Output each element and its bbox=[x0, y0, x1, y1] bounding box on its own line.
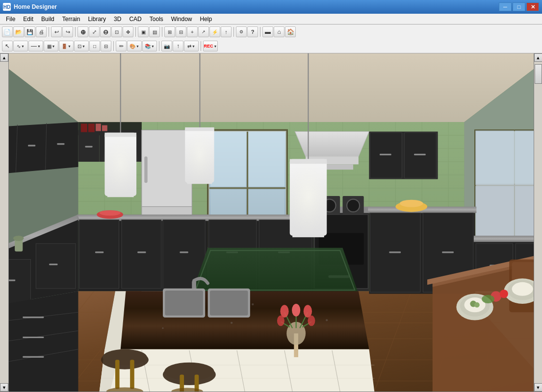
zoom-window-button[interactable]: ⊡ bbox=[111, 26, 122, 37]
zoom-in-button[interactable]: ⊕ bbox=[77, 26, 88, 37]
transform-button[interactable]: ⇄▼ bbox=[184, 41, 199, 51]
svg-rect-95 bbox=[122, 220, 161, 289]
svg-point-202 bbox=[512, 282, 533, 296]
toolbar-btn-8[interactable]: ↗ bbox=[198, 26, 209, 37]
toolbar-row-1: 📄 📂 💾 🖨 ↩ ↪ ⊕ ⤢ ⊖ ⊡ ✥ ▣ ▤ ⊞ ⊟ + ↗ ⚡ ↑ ⚙ … bbox=[0, 24, 542, 39]
svg-rect-82 bbox=[249, 133, 284, 187]
rubber-band-button[interactable]: ▤ bbox=[149, 26, 160, 37]
svg-rect-98 bbox=[137, 251, 146, 253]
window-button[interactable]: ⊡▼ bbox=[74, 41, 89, 51]
svg-rect-185 bbox=[130, 360, 134, 389]
house-button[interactable]: 🏠 bbox=[285, 26, 296, 37]
toolbar-btn-6[interactable]: ⊟ bbox=[176, 26, 186, 37]
toolbar-btn-10[interactable]: ↑ bbox=[221, 26, 232, 37]
zoom-fit-button[interactable]: ⤢ bbox=[89, 26, 100, 37]
color-button[interactable]: 🎨▼ bbox=[127, 41, 142, 51]
svg-rect-228 bbox=[23, 356, 44, 358]
svg-rect-212 bbox=[9, 279, 15, 281]
redo-button[interactable]: ↪ bbox=[62, 26, 73, 37]
room-button[interactable]: □ bbox=[89, 41, 100, 51]
menu-bar: File Edit Build Terrain Library 3D CAD T… bbox=[0, 14, 542, 24]
svg-rect-213 bbox=[49, 264, 57, 265]
close-button[interactable]: ✕ bbox=[526, 2, 539, 11]
new-button[interactable]: 📄 bbox=[2, 26, 13, 37]
menu-item-library[interactable]: Library bbox=[84, 15, 110, 24]
toolbar-btn-7[interactable]: + bbox=[187, 26, 198, 37]
catalog-button[interactable]: 📚▼ bbox=[142, 41, 157, 51]
sep8 bbox=[159, 41, 159, 51]
svg-rect-123 bbox=[389, 251, 401, 253]
svg-point-154 bbox=[162, 327, 163, 329]
menu-item-build[interactable]: Build bbox=[37, 15, 58, 24]
polyline-button[interactable]: ∿▼ bbox=[13, 41, 28, 51]
svg-point-180 bbox=[277, 316, 284, 326]
menu-item-cad[interactable]: CAD bbox=[125, 15, 145, 24]
sep6 bbox=[260, 27, 260, 37]
sep5 bbox=[233, 27, 234, 37]
scroll-down-button[interactable]: ▼ bbox=[534, 383, 542, 392]
canvas-area[interactable] bbox=[9, 53, 534, 392]
select-tool-button[interactable]: ↖ bbox=[2, 41, 13, 51]
wall-button[interactable]: ▬ bbox=[262, 26, 273, 37]
kitchen-scene bbox=[9, 53, 534, 392]
menu-item-window[interactable]: Window bbox=[167, 15, 196, 24]
maximize-button[interactable]: □ bbox=[513, 2, 525, 11]
door-button[interactable]: 🚪▼ bbox=[59, 41, 74, 51]
scroll-up-button[interactable]: ▲ bbox=[534, 53, 542, 62]
menu-item-tools[interactable]: Tools bbox=[146, 15, 167, 24]
svg-point-204 bbox=[474, 302, 480, 308]
scroll-thumb[interactable] bbox=[535, 64, 542, 84]
cabinet-button[interactable]: ▦▼ bbox=[44, 41, 58, 51]
menu-item-help[interactable]: Help bbox=[196, 15, 216, 24]
menu-item-file[interactable]: File bbox=[2, 15, 19, 24]
toolbar-row-2: ↖ ∿▼ —▼ ▦▼ 🚪▼ ⊡▼ □ ⊟ ✏ 🎨▼ 📚▼ 📷 ↑ ⇄▼ REC▼ bbox=[0, 39, 542, 53]
minimize-button[interactable]: ─ bbox=[499, 2, 512, 11]
snap-button[interactable]: ⚙ bbox=[236, 26, 247, 37]
menu-item-3d[interactable]: 3D bbox=[110, 15, 125, 24]
pencil-button[interactable]: ✏ bbox=[116, 41, 127, 51]
line-button[interactable]: —▼ bbox=[28, 41, 43, 51]
svg-rect-75 bbox=[380, 154, 391, 155]
zoom-out-button[interactable]: ⊖ bbox=[100, 26, 111, 37]
svg-point-151 bbox=[252, 303, 254, 305]
undo-button[interactable]: ↩ bbox=[51, 26, 62, 37]
menu-item-edit[interactable]: Edit bbox=[19, 15, 37, 24]
svg-marker-131 bbox=[192, 248, 359, 294]
sep2 bbox=[75, 27, 76, 37]
select-all-button[interactable]: ▣ bbox=[138, 26, 149, 37]
toolbar-btn-5[interactable]: ⊞ bbox=[164, 26, 175, 37]
svg-point-155 bbox=[326, 319, 328, 321]
svg-rect-81 bbox=[210, 133, 246, 187]
menu-item-terrain[interactable]: Terrain bbox=[58, 15, 84, 24]
svg-rect-90 bbox=[476, 184, 534, 237]
title-bar: HD Home Designer ─ □ ✕ bbox=[0, 0, 542, 14]
svg-marker-69 bbox=[295, 132, 369, 157]
save-button[interactable]: 💾 bbox=[25, 26, 35, 37]
svg-rect-126 bbox=[474, 236, 534, 242]
sep7 bbox=[113, 41, 114, 51]
sep4 bbox=[162, 27, 162, 37]
left-scroll-up[interactable]: ▲ bbox=[0, 53, 8, 62]
print-button[interactable]: 🖨 bbox=[36, 26, 47, 37]
svg-rect-94 bbox=[79, 220, 119, 289]
record-button[interactable]: REC▼ bbox=[203, 41, 218, 51]
toolbar-btn-9[interactable]: ⚡ bbox=[209, 26, 220, 37]
svg-rect-167 bbox=[165, 291, 203, 316]
left-scroll-down[interactable]: ▼ bbox=[0, 383, 8, 392]
svg-rect-54 bbox=[96, 123, 101, 131]
camera-button[interactable]: 📷 bbox=[161, 41, 172, 51]
roof-icon-button[interactable]: ⌂ bbox=[274, 26, 284, 37]
toolbar-area: 📄 📂 💾 🖨 ↩ ↪ ⊕ ⤢ ⊖ ⊡ ✥ ▣ ▤ ⊞ ⊟ + ↗ ⚡ ↑ ⚙ … bbox=[0, 24, 542, 53]
svg-rect-169 bbox=[210, 291, 248, 316]
arrow-up-button[interactable]: ↑ bbox=[173, 41, 183, 51]
title-text: Home Designer bbox=[14, 3, 499, 10]
svg-point-113 bbox=[347, 199, 360, 212]
svg-rect-89 bbox=[476, 131, 534, 184]
help-toolbar-button[interactable]: ? bbox=[247, 26, 258, 37]
svg-rect-219 bbox=[57, 143, 64, 145]
stair-button[interactable]: ⊟ bbox=[101, 41, 111, 51]
open-button[interactable]: 📂 bbox=[13, 26, 24, 37]
pan-button[interactable]: ✥ bbox=[123, 26, 133, 37]
svg-rect-124 bbox=[442, 251, 454, 253]
svg-rect-211 bbox=[36, 244, 76, 289]
